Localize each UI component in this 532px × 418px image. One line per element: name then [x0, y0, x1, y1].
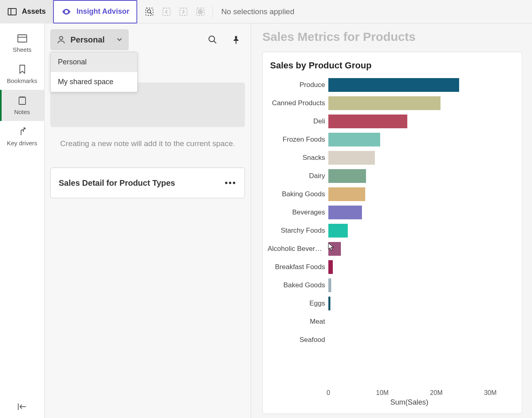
clear-selections-icon[interactable] [195, 6, 206, 17]
bar-label: Eggs [268, 299, 328, 308]
axis-tick: 10M [376, 389, 389, 397]
bar-label: Beverages [268, 208, 328, 216]
bar-label: Snacks [268, 154, 328, 162]
top-toolbar: Assets Insight Advisor No selections app… [0, 0, 532, 23]
bar-label: Canned Products [268, 99, 328, 107]
bar-row[interactable]: Canned Products [268, 96, 440, 110]
chart-title: Sales by Product Group [268, 60, 513, 71]
svg-line-21 [214, 41, 216, 43]
chart-pane: Sales Metrics for Products Sales by Prod… [251, 23, 532, 418]
smart-search-icon[interactable] [144, 6, 155, 17]
bar[interactable] [328, 206, 362, 219]
rail-label: Sheets [13, 46, 32, 53]
bar-row[interactable]: Meat [268, 315, 328, 329]
assets-button[interactable]: Assets [0, 0, 53, 23]
insight-label: Insight Advisor [77, 7, 129, 16]
pin-icon [232, 35, 240, 44]
insight-advisor-button[interactable]: Insight Advisor [53, 0, 137, 23]
rail-item-bookmarks[interactable]: Bookmarks [0, 59, 44, 90]
svg-rect-14 [19, 97, 26, 104]
bar-label: Meat [268, 318, 328, 326]
bar-label: Baked Goods [268, 281, 328, 289]
bar-row[interactable]: Seafood [268, 333, 328, 347]
bar-row[interactable]: Baked Goods [268, 278, 331, 292]
svg-point-20 [209, 36, 215, 42]
bar-label: Breakfast Foods [268, 263, 328, 271]
svg-line-5 [150, 13, 152, 14]
note-card[interactable]: Sales Detail for Product Types ••• [50, 168, 245, 198]
collapse-icon [17, 403, 28, 411]
bar-label: Alcoholic Bevera… [268, 245, 328, 253]
bar[interactable] [328, 115, 407, 128]
bar[interactable] [328, 96, 440, 110]
bar-row[interactable]: Beverages [268, 206, 362, 219]
search-icon [208, 35, 217, 45]
left-rail: Sheets Bookmarks Notes Key drivers [0, 23, 45, 418]
bar[interactable] [328, 224, 348, 238]
rail-label: Key drivers [7, 140, 37, 146]
bar[interactable] [328, 278, 331, 292]
svg-rect-3 [146, 8, 153, 15]
bar[interactable] [328, 133, 380, 146]
no-selections-text: No selections applied [213, 7, 302, 16]
bar-label: Dairy [268, 172, 328, 180]
bookmark-icon [18, 64, 26, 74]
bar[interactable] [328, 242, 341, 256]
axis-tick: 30M [484, 389, 496, 397]
notes-icon [18, 95, 27, 105]
bar[interactable] [328, 169, 366, 183]
bar-label: Starchy Foods [268, 227, 328, 235]
note-card-more-button[interactable]: ••• [225, 178, 236, 188]
bar-row[interactable]: Produce [268, 78, 459, 92]
pin-button[interactable] [227, 31, 245, 49]
rail-label: Bookmarks [7, 77, 37, 84]
svg-point-19 [60, 36, 63, 40]
bar-row[interactable]: Dairy [268, 169, 366, 183]
bar-row[interactable]: Deli [268, 115, 407, 128]
note-card-title: Sales Detail for Product Types [59, 178, 175, 188]
bar[interactable] [328, 187, 365, 201]
keydrivers-icon [17, 127, 27, 136]
rail-item-keydrivers[interactable]: Key drivers [0, 121, 44, 152]
helper-text: Creating a new note will add it to the c… [50, 139, 245, 148]
bar-row[interactable]: Baking Goods [268, 187, 365, 201]
space-dropdown[interactable]: Personal [50, 29, 129, 50]
collapse-rail-button[interactable] [17, 403, 28, 411]
bar-label: Produce [268, 81, 328, 89]
panel-title: Sales Metrics for Products [262, 30, 522, 44]
bar[interactable] [328, 260, 333, 274]
chart-plot-area[interactable]: ProduceCanned ProductsDeliFrozen FoodsSn… [268, 75, 513, 410]
x-axis-label: Sum(Sales) [268, 398, 490, 407]
svg-rect-7 [180, 8, 187, 15]
bar-row[interactable]: Eggs [268, 297, 330, 310]
person-icon [57, 35, 66, 44]
dropdown-item-shared[interactable]: My shared space [51, 72, 137, 92]
chevron-down-icon [117, 38, 122, 42]
rail-item-sheets[interactable]: Sheets [0, 28, 44, 59]
bar-row[interactable]: Alcoholic Bevera… [268, 242, 341, 256]
bar-row[interactable]: Snacks [268, 151, 375, 165]
svg-point-2 [66, 11, 67, 13]
bar-row[interactable]: Breakfast Foods [268, 260, 333, 274]
notes-pane: Personal Personal My shared space Creati… [45, 23, 251, 418]
chart-card: Sales by Product Group ProduceCanned Pro… [262, 52, 522, 414]
step-forward-icon[interactable] [178, 6, 189, 17]
axis-tick: 0 [327, 389, 330, 397]
step-back-icon[interactable] [161, 6, 172, 17]
bar[interactable] [328, 78, 459, 92]
svg-rect-0 [8, 8, 16, 15]
bar-row[interactable]: Starchy Foods [268, 224, 348, 238]
bar-label: Frozen Foods [268, 136, 328, 144]
bar-row[interactable]: Frozen Foods [268, 133, 380, 146]
panel-icon [7, 7, 17, 17]
eye-icon [61, 8, 72, 16]
dropdown-item-personal[interactable]: Personal [51, 52, 137, 72]
sheets-icon [17, 34, 28, 43]
svg-point-4 [147, 10, 151, 13]
search-notes-button[interactable] [204, 31, 221, 49]
bar[interactable] [328, 297, 330, 310]
bar[interactable] [328, 151, 375, 165]
svg-rect-6 [163, 8, 170, 15]
rail-item-notes[interactable]: Notes [0, 90, 44, 121]
axis-tick: 20M [430, 389, 443, 397]
